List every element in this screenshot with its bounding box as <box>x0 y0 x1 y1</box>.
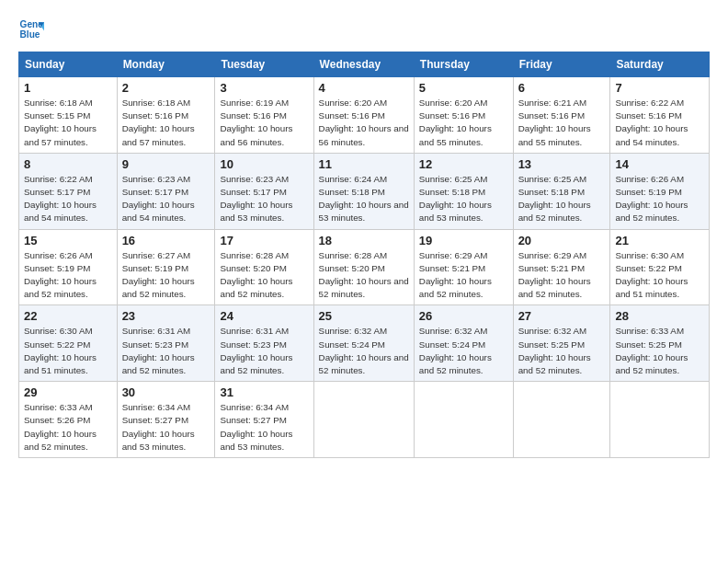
day-info: Sunrise: 6:30 AM Sunset: 5:22 PM Dayligh… <box>615 249 704 302</box>
day-info: Sunrise: 6:29 AM Sunset: 5:21 PM Dayligh… <box>518 249 606 302</box>
calendar-cell: 26 Sunrise: 6:32 AM Sunset: 5:24 PM Dayl… <box>414 305 513 382</box>
logo: General Blue <box>18 17 48 42</box>
day-info: Sunrise: 6:22 AM Sunset: 5:17 PM Dayligh… <box>24 173 112 225</box>
day-info: Sunrise: 6:26 AM Sunset: 5:19 PM Dayligh… <box>615 173 704 225</box>
day-info: Sunrise: 6:22 AM Sunset: 5:16 PM Dayligh… <box>615 97 704 149</box>
calendar-cell: 17 Sunrise: 6:28 AM Sunset: 5:20 PM Dayl… <box>215 229 313 305</box>
day-info: Sunrise: 6:26 AM Sunset: 5:19 PM Dayligh… <box>24 249 112 302</box>
calendar-cell <box>414 382 513 458</box>
calendar-cell: 22 Sunrise: 6:30 AM Sunset: 5:22 PM Dayl… <box>19 305 118 382</box>
calendar-body: 1 Sunrise: 6:18 AM Sunset: 5:15 PM Dayli… <box>19 77 710 458</box>
calendar-cell: 31 Sunrise: 6:34 AM Sunset: 5:27 PM Dayl… <box>215 382 313 458</box>
day-number: 14 <box>615 157 704 171</box>
day-number: 15 <box>24 234 112 247</box>
day-info: Sunrise: 6:28 AM Sunset: 5:20 PM Dayligh… <box>319 249 409 302</box>
day-info: Sunrise: 6:32 AM Sunset: 5:24 PM Dayligh… <box>319 325 409 377</box>
day-number: 10 <box>220 157 308 171</box>
calendar-cell <box>313 382 414 458</box>
day-number: 9 <box>122 157 210 171</box>
day-info: Sunrise: 6:34 AM Sunset: 5:27 PM Dayligh… <box>122 401 210 454</box>
calendar-cell: 12 Sunrise: 6:25 AM Sunset: 5:18 PM Dayl… <box>414 153 513 229</box>
day-number: 21 <box>615 234 704 247</box>
day-info: Sunrise: 6:25 AM Sunset: 5:18 PM Dayligh… <box>419 173 508 225</box>
day-info: Sunrise: 6:30 AM Sunset: 5:22 PM Dayligh… <box>24 325 112 377</box>
day-number: 2 <box>122 81 210 95</box>
day-number: 23 <box>122 309 210 323</box>
day-number: 31 <box>220 385 308 399</box>
calendar-cell: 6 Sunrise: 6:21 AM Sunset: 5:16 PM Dayli… <box>513 77 610 154</box>
calendar-cell <box>610 382 710 458</box>
day-info: Sunrise: 6:20 AM Sunset: 5:16 PM Dayligh… <box>319 97 409 149</box>
calendar-cell: 9 Sunrise: 6:23 AM Sunset: 5:17 PM Dayli… <box>117 153 215 229</box>
day-number: 25 <box>319 309 409 323</box>
calendar-week-row: 8 Sunrise: 6:22 AM Sunset: 5:17 PM Dayli… <box>19 153 710 229</box>
day-info: Sunrise: 6:25 AM Sunset: 5:18 PM Dayligh… <box>518 173 606 225</box>
day-info: Sunrise: 6:33 AM Sunset: 5:26 PM Dayligh… <box>24 401 112 454</box>
day-number: 27 <box>518 309 606 323</box>
day-number: 13 <box>518 157 606 171</box>
calendar-cell: 29 Sunrise: 6:33 AM Sunset: 5:26 PM Dayl… <box>19 382 118 458</box>
day-number: 11 <box>319 157 409 171</box>
calendar-week-row: 15 Sunrise: 6:26 AM Sunset: 5:19 PM Dayl… <box>19 229 710 305</box>
calendar-cell: 14 Sunrise: 6:26 AM Sunset: 5:19 PM Dayl… <box>610 153 710 229</box>
calendar-cell <box>513 382 610 458</box>
day-info: Sunrise: 6:20 AM Sunset: 5:16 PM Dayligh… <box>419 97 508 149</box>
day-number: 22 <box>24 309 112 323</box>
calendar-cell: 2 Sunrise: 6:18 AM Sunset: 5:16 PM Dayli… <box>117 77 215 154</box>
day-number: 17 <box>220 234 308 247</box>
day-info: Sunrise: 6:34 AM Sunset: 5:27 PM Dayligh… <box>220 401 308 454</box>
calendar-table: SundayMondayTuesdayWednesdayThursdayFrid… <box>18 52 710 458</box>
calendar-cell: 11 Sunrise: 6:24 AM Sunset: 5:18 PM Dayl… <box>313 153 414 229</box>
weekday-header-tuesday: Tuesday <box>215 52 313 77</box>
day-number: 4 <box>319 81 409 95</box>
calendar-cell: 15 Sunrise: 6:26 AM Sunset: 5:19 PM Dayl… <box>19 229 118 305</box>
day-info: Sunrise: 6:18 AM Sunset: 5:15 PM Dayligh… <box>24 97 112 149</box>
calendar-cell: 8 Sunrise: 6:22 AM Sunset: 5:17 PM Dayli… <box>19 153 118 229</box>
day-number: 7 <box>615 81 704 95</box>
day-number: 26 <box>419 309 508 323</box>
day-number: 1 <box>24 81 112 95</box>
calendar-cell: 10 Sunrise: 6:23 AM Sunset: 5:17 PM Dayl… <box>215 153 313 229</box>
page: General Blue SundayMondayTuesdayWednesda… <box>0 0 728 563</box>
day-number: 24 <box>220 309 308 323</box>
weekday-header-saturday: Saturday <box>610 52 710 77</box>
calendar-cell: 1 Sunrise: 6:18 AM Sunset: 5:15 PM Dayli… <box>19 77 118 154</box>
calendar-cell: 13 Sunrise: 6:25 AM Sunset: 5:18 PM Dayl… <box>513 153 610 229</box>
calendar-week-row: 22 Sunrise: 6:30 AM Sunset: 5:22 PM Dayl… <box>19 305 710 382</box>
day-info: Sunrise: 6:31 AM Sunset: 5:23 PM Dayligh… <box>122 325 210 377</box>
day-info: Sunrise: 6:27 AM Sunset: 5:19 PM Dayligh… <box>122 249 210 302</box>
calendar-cell: 21 Sunrise: 6:30 AM Sunset: 5:22 PM Dayl… <box>610 229 710 305</box>
day-info: Sunrise: 6:32 AM Sunset: 5:25 PM Dayligh… <box>518 325 606 377</box>
day-number: 16 <box>122 234 210 247</box>
day-info: Sunrise: 6:21 AM Sunset: 5:16 PM Dayligh… <box>518 97 606 149</box>
day-number: 5 <box>419 81 508 95</box>
day-number: 20 <box>518 234 606 247</box>
day-info: Sunrise: 6:24 AM Sunset: 5:18 PM Dayligh… <box>319 173 409 225</box>
calendar-cell: 19 Sunrise: 6:29 AM Sunset: 5:21 PM Dayl… <box>414 229 513 305</box>
day-number: 29 <box>24 385 112 399</box>
logo-icon: General Blue <box>18 17 44 42</box>
day-number: 6 <box>518 81 606 95</box>
header: General Blue <box>18 17 710 42</box>
weekday-header-monday: Monday <box>117 52 215 77</box>
calendar-cell: 28 Sunrise: 6:33 AM Sunset: 5:25 PM Dayl… <box>610 305 710 382</box>
calendar-cell: 23 Sunrise: 6:31 AM Sunset: 5:23 PM Dayl… <box>117 305 215 382</box>
svg-text:Blue: Blue <box>20 29 40 40</box>
day-number: 3 <box>220 81 308 95</box>
calendar-week-row: 1 Sunrise: 6:18 AM Sunset: 5:15 PM Dayli… <box>19 77 710 154</box>
day-number: 18 <box>319 234 409 247</box>
calendar-cell: 3 Sunrise: 6:19 AM Sunset: 5:16 PM Dayli… <box>215 77 313 154</box>
day-number: 30 <box>122 385 210 399</box>
calendar-cell: 25 Sunrise: 6:32 AM Sunset: 5:24 PM Dayl… <box>313 305 414 382</box>
calendar-cell: 18 Sunrise: 6:28 AM Sunset: 5:20 PM Dayl… <box>313 229 414 305</box>
day-info: Sunrise: 6:18 AM Sunset: 5:16 PM Dayligh… <box>122 97 210 149</box>
day-number: 19 <box>419 234 508 247</box>
weekday-header-friday: Friday <box>513 52 610 77</box>
calendar-cell: 4 Sunrise: 6:20 AM Sunset: 5:16 PM Dayli… <box>313 77 414 154</box>
weekday-header-thursday: Thursday <box>414 52 513 77</box>
calendar-cell: 16 Sunrise: 6:27 AM Sunset: 5:19 PM Dayl… <box>117 229 215 305</box>
calendar-cell: 20 Sunrise: 6:29 AM Sunset: 5:21 PM Dayl… <box>513 229 610 305</box>
weekday-header-sunday: Sunday <box>19 52 118 77</box>
day-info: Sunrise: 6:23 AM Sunset: 5:17 PM Dayligh… <box>122 173 210 225</box>
day-info: Sunrise: 6:31 AM Sunset: 5:23 PM Dayligh… <box>220 325 308 377</box>
